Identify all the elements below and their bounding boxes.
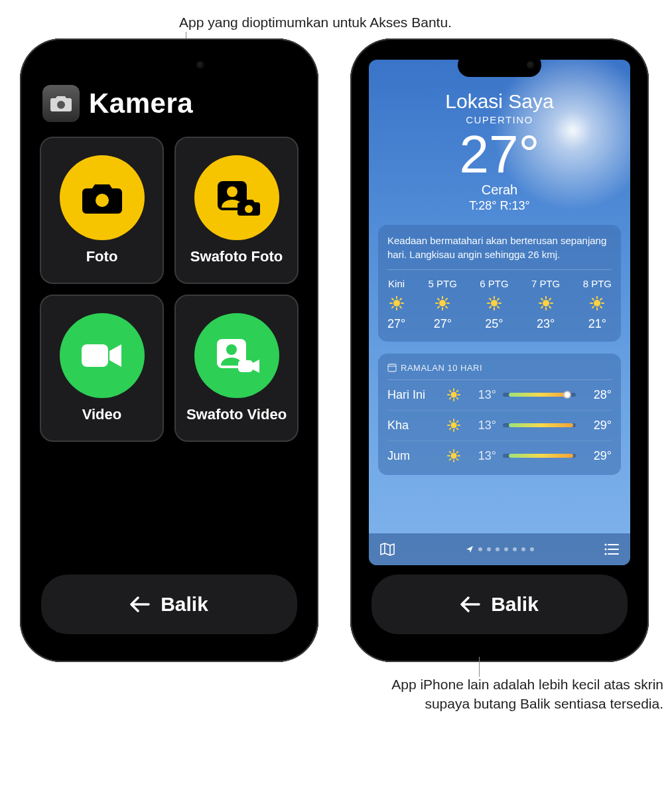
phone-standard-app: Lokasi Saya CUPERTINO 27° Cerah T:28° R:… <box>350 38 649 662</box>
svg-line-24 <box>438 299 439 300</box>
calendar-icon <box>387 363 397 372</box>
tile-swafoto-foto[interactable]: Swafoto Foto <box>174 137 299 284</box>
svg-rect-9 <box>238 360 253 372</box>
hour-label: 5 PTG <box>429 278 457 289</box>
hour-temp: 23° <box>537 317 555 331</box>
callout-bottom: App iPhone lain adalah lebih kecil atas … <box>385 675 663 713</box>
svg-point-66 <box>450 423 456 429</box>
svg-line-81 <box>457 459 458 460</box>
sun-icon <box>539 296 553 310</box>
tile-label: Foto <box>86 248 118 265</box>
hour-slot: 8 PTG 21° <box>583 278 612 331</box>
screen-camera-app: Kamera Foto <box>29 48 309 653</box>
svg-line-27 <box>438 306 439 308</box>
current-temp: 27° <box>369 128 630 181</box>
hour-slot: Kini 27° <box>387 278 405 331</box>
hourly-forecast-card[interactable]: Keadaan bermatahari akan berterusan sepa… <box>378 225 621 342</box>
daily-title: RAMALAN 10 HARI <box>387 363 612 380</box>
arrow-left-icon <box>460 596 480 612</box>
tile-video[interactable]: Video <box>40 295 164 442</box>
sun-icon <box>447 449 460 462</box>
svg-line-63 <box>457 398 458 399</box>
hour-label: 7 PTG <box>531 278 560 289</box>
svg-line-62 <box>450 391 451 392</box>
sun-icon <box>389 296 404 310</box>
sun-icon <box>487 296 502 310</box>
day-hi: 29° <box>582 449 612 463</box>
svg-point-90 <box>604 549 606 551</box>
page-dots[interactable] <box>466 545 534 553</box>
tile-foto[interactable]: Foto <box>40 137 164 284</box>
day-lo: 13° <box>467 419 496 433</box>
svg-line-17 <box>400 299 401 300</box>
weather-app-view[interactable]: Lokasi Saya CUPERTINO 27° Cerah T:28° R:… <box>369 60 630 565</box>
map-icon[interactable] <box>379 542 395 557</box>
svg-point-89 <box>604 544 606 546</box>
svg-line-51 <box>592 299 594 300</box>
hourly-row: Kini 27° 5 PTG 27° 6 PTG <box>387 278 612 331</box>
hour-temp: 27° <box>434 317 452 331</box>
day-lo: 13° <box>467 388 496 402</box>
sun-icon <box>447 388 460 401</box>
svg-point-5 <box>245 205 253 213</box>
day-hi: 29° <box>582 419 612 433</box>
daily-row: Hari Ini 13° 28° <box>387 380 612 411</box>
svg-line-34 <box>498 306 499 308</box>
day-hi: 28° <box>582 388 612 402</box>
hour-slot: 7 PTG 23° <box>531 278 560 331</box>
hour-label: Kini <box>388 278 405 289</box>
hour-slot: 5 PTG 27° <box>429 278 457 331</box>
svg-line-16 <box>400 306 401 308</box>
app-title: Kamera <box>89 88 193 119</box>
arrow-left-icon <box>130 596 150 612</box>
video-icon <box>60 313 145 398</box>
svg-rect-55 <box>388 364 396 372</box>
dynamic-island <box>127 53 211 77</box>
svg-line-80 <box>450 452 451 453</box>
selfie-camera-icon <box>194 155 279 240</box>
condition: Cerah <box>369 182 630 198</box>
back-button[interactable]: Balik <box>41 575 297 634</box>
location-arrow-icon <box>466 545 474 553</box>
location-title: Lokasi Saya <box>369 90 630 113</box>
camera-options-grid: Foto Swafoto Foto <box>29 131 309 442</box>
daily-forecast-card[interactable]: RAMALAN 10 HARI Hari Ini 13° 28° Kha <box>378 354 621 475</box>
svg-line-33 <box>490 299 491 300</box>
temp-range-bar <box>503 454 576 458</box>
temp-range-bar <box>503 393 576 397</box>
weather-header: Lokasi Saya CUPERTINO 27° Cerah T:28° R:… <box>369 60 630 213</box>
temp-range-bar <box>503 423 576 427</box>
svg-line-43 <box>549 306 551 308</box>
hour-temp: 27° <box>387 317 405 331</box>
svg-line-42 <box>541 299 543 300</box>
svg-line-74 <box>450 429 451 430</box>
tile-swafoto-video[interactable]: Swafoto Video <box>174 295 299 442</box>
phone-assistive-access: Kamera Foto <box>20 38 318 662</box>
svg-line-83 <box>450 459 451 460</box>
list-icon[interactable] <box>604 543 620 556</box>
svg-line-73 <box>457 421 458 423</box>
sun-icon <box>447 419 460 432</box>
svg-rect-6 <box>82 344 108 367</box>
svg-line-54 <box>592 306 594 308</box>
back-label: Balik <box>491 593 539 616</box>
svg-line-25 <box>446 306 447 308</box>
dynamic-island <box>458 53 541 77</box>
svg-line-26 <box>446 299 447 300</box>
svg-point-4 <box>227 186 237 197</box>
day-lo: 13° <box>467 449 496 463</box>
svg-point-28 <box>491 300 498 306</box>
sun-icon <box>435 296 450 310</box>
callout-top: App yang dioptimumkan untuk Akses Bantu. <box>179 13 458 32</box>
svg-line-53 <box>600 299 602 300</box>
tile-label: Swafoto Video <box>186 406 287 423</box>
svg-line-36 <box>490 306 491 308</box>
hour-slot: 6 PTG 25° <box>480 278 508 331</box>
hour-temp: 25° <box>485 317 503 331</box>
back-button[interactable]: Balik <box>371 575 628 634</box>
tile-label: Video <box>82 406 122 423</box>
svg-point-10 <box>393 300 400 306</box>
svg-line-52 <box>600 306 602 308</box>
daily-row: Kha 13° 29° <box>387 411 612 441</box>
daily-row: Jum 13° 29° <box>387 441 612 471</box>
